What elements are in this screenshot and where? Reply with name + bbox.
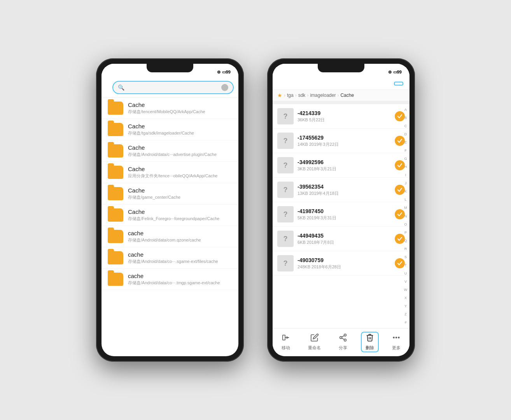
file-thumb: ? xyxy=(277,206,294,222)
toolbar-more-button[interactable]: 更多 xyxy=(387,332,405,352)
phone-1: ⊜ ▭99 🔍 Cache 存储盘/tencent/MobileQQ/ArkAp… xyxy=(96,58,244,362)
alpha-char[interactable]: I xyxy=(405,173,406,177)
breadcrumb-imageloader[interactable]: imageloader xyxy=(310,93,336,98)
battery-icon-1: ▭99 xyxy=(222,70,231,75)
toolbar-rename-button[interactable]: 重命名 xyxy=(303,332,326,352)
sel-file-meta: 14KB 2019年3月22日 xyxy=(298,142,391,147)
file-item[interactable]: Cache 存储盘/Android/data/c···advertise.plu… xyxy=(102,140,238,162)
sel-file-item[interactable]: ? -39562354 13KB 2019年4月18日 xyxy=(273,178,410,202)
alpha-char[interactable]: A xyxy=(404,108,407,112)
toolbar-share-label: 分享 xyxy=(339,345,347,351)
search-box[interactable]: 🔍 xyxy=(112,81,234,94)
svg-point-3 xyxy=(340,336,342,339)
sel-file-name: -39562354 xyxy=(298,184,391,190)
alpha-char[interactable]: G xyxy=(404,157,407,161)
sel-file-name: -17455629 xyxy=(298,135,391,141)
star-icon[interactable]: ★ xyxy=(277,92,282,98)
sel-file-item[interactable]: ? -41987450 5KB 2019年3月31日 xyxy=(273,202,410,227)
file-thumb: ? xyxy=(277,255,294,271)
search-clear-button[interactable] xyxy=(221,84,228,91)
alpha-char[interactable]: V xyxy=(404,280,407,284)
alpha-char[interactable]: B xyxy=(404,116,407,120)
svg-rect-0 xyxy=(283,335,285,340)
search-icon: 🔍 xyxy=(118,84,124,91)
deselect-all-button[interactable] xyxy=(394,82,403,86)
file-item[interactable]: Cache 存储盘/game_center/Cache xyxy=(102,183,238,205)
alpha-char[interactable]: W xyxy=(404,288,408,292)
alpha-char[interactable]: T xyxy=(404,263,407,268)
alpha-char[interactable]: # xyxy=(404,320,406,325)
toolbar-move-label: 移动 xyxy=(282,345,290,351)
folder-icon xyxy=(108,144,123,158)
alpha-char[interactable]: P xyxy=(404,231,407,235)
alpha-char[interactable]: O xyxy=(404,222,407,227)
breadcrumb-tga[interactable]: tga xyxy=(287,93,294,98)
sel-file-item[interactable]: ? -34992596 3KB 2018年3月21日 xyxy=(273,153,410,178)
folder-icon xyxy=(108,230,123,243)
file-item[interactable]: Cache 存储盘/tencent/MobileQQ/ArkApp/Cache xyxy=(102,98,238,119)
sel-file-item[interactable]: ? -49030759 248KB 2018年6月28日 xyxy=(273,251,410,276)
folder-icon xyxy=(108,208,123,222)
alpha-char[interactable]: H xyxy=(404,165,407,169)
alpha-char[interactable]: U xyxy=(404,271,407,276)
alpha-char[interactable]: X xyxy=(404,296,407,300)
folder-icon xyxy=(108,166,123,179)
alpha-char[interactable]: E xyxy=(404,140,407,145)
breadcrumb-sep-3: › xyxy=(337,93,339,98)
alpha-char[interactable]: M xyxy=(404,206,407,210)
file-path: 存储盘/Felink_Foregro···foregroundpaper/Cac… xyxy=(128,216,232,222)
alpha-char[interactable]: J xyxy=(405,181,407,186)
sel-file-meta: 5KB 2019年3月31日 xyxy=(298,215,391,221)
file-item[interactable]: cache 存储盘/Android/data/co···.sgame-ext/f… xyxy=(102,247,238,269)
alpha-char[interactable]: Z xyxy=(404,312,407,317)
file-name: Cache xyxy=(128,144,232,151)
alpha-char[interactable]: R xyxy=(404,247,407,251)
folder-icon xyxy=(108,273,123,286)
file-item[interactable]: Cache 存储盘/tga/sdk/imageloader/Cache xyxy=(102,119,238,140)
sel-file-name: -44949435 xyxy=(298,233,391,239)
breadcrumb-sep-2: › xyxy=(307,93,308,98)
toolbar-move-button[interactable]: 移动 xyxy=(277,332,295,352)
breadcrumb: ★ › tga › sdk › imageloader › Cache xyxy=(273,90,410,101)
file-item[interactable]: cache 存储盘/Android/data/com.qzone/cache xyxy=(102,226,238,247)
back-button[interactable] xyxy=(106,86,109,89)
delete-icon xyxy=(366,333,374,344)
file-thumb: ? xyxy=(277,231,294,247)
alpha-char[interactable]: F xyxy=(404,149,407,153)
sel-file-item[interactable]: ? -4214339 36KB 5月22日 xyxy=(273,104,410,129)
file-name: cache xyxy=(128,251,232,258)
sel-file-name: -34992596 xyxy=(298,159,391,165)
file-item[interactable]: Cache 存储盘/Felink_Foregro···foregroundpap… xyxy=(102,205,238,226)
toolbar-share-button[interactable]: 分享 xyxy=(334,332,352,352)
alpha-char[interactable]: Q xyxy=(404,239,407,243)
breadcrumb-sep-0: › xyxy=(284,93,285,98)
alpha-char[interactable]: C xyxy=(404,124,407,128)
toolbar-delete-button[interactable]: 删除 xyxy=(361,332,379,352)
file-name: Cache xyxy=(128,123,232,130)
wifi-icon-2: ⊜ xyxy=(388,70,392,75)
breadcrumb-cache[interactable]: Cache xyxy=(340,93,354,98)
file-path: 存储盘/Android/data/com.qzone/cache xyxy=(128,237,232,243)
search-results-list: Cache 存储盘/tencent/MobileQQ/ArkApp/Cache … xyxy=(102,98,238,356)
svg-point-8 xyxy=(396,337,397,338)
file-thumb: ? xyxy=(277,157,294,173)
toolbar-rename-label: 重命名 xyxy=(308,345,321,351)
sel-file-item[interactable]: ? -44949435 6KB 2018年7月8日 xyxy=(273,227,410,251)
folder-icon xyxy=(108,251,123,264)
wifi-icon-1: ⊜ xyxy=(217,70,220,75)
breadcrumb-sdk[interactable]: sdk xyxy=(298,93,306,98)
file-item[interactable]: Cache 应用分身文件夹/tence···obileQQ/ArkApp/Cac… xyxy=(102,162,238,183)
alpha-char[interactable]: N xyxy=(404,214,407,219)
phone-notch-1 xyxy=(147,64,193,72)
alpha-char[interactable]: D xyxy=(404,132,407,136)
alpha-char[interactable]: K xyxy=(404,189,407,194)
move-icon xyxy=(282,333,290,344)
alpha-char[interactable]: Y xyxy=(404,304,407,308)
sel-file-item[interactable]: ? -17455629 14KB 2019年3月22日 xyxy=(273,129,410,153)
breadcrumb-sep-1: › xyxy=(295,93,297,98)
alpha-char[interactable]: L xyxy=(404,198,406,202)
sel-file-meta: 36KB 5月22日 xyxy=(298,117,391,123)
file-item[interactable]: cache 存储盘/Android/data/co···.tmgp.sgame-… xyxy=(102,269,238,290)
alpha-char[interactable]: S xyxy=(404,255,407,259)
more-icon xyxy=(392,333,401,344)
